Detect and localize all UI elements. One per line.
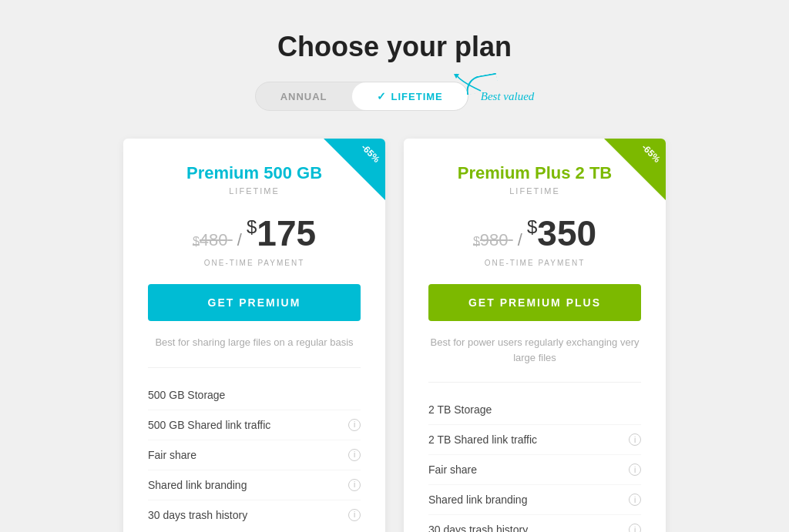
feature-fairshare-premium: Fair share i [148,440,361,470]
best-valued-label: Best valued [481,89,535,103]
badge-triangle-teal [324,139,385,200]
info-icon-branding-premium[interactable]: i [348,479,361,491]
info-icon-trash-premium-plus[interactable]: i [629,524,641,532]
plan-price-premium: $480 / $175 [148,212,361,254]
check-icon: ✓ [377,90,387,102]
original-price-premium-plus: $980 [473,230,513,249]
feature-branding-premium-plus: Shared link branding i [428,485,641,515]
features-list-premium: 500 GB Storage 500 GB Shared link traffi… [148,367,361,530]
get-premium-button[interactable]: GET PREMIUM [148,284,361,321]
plan-price-premium-plus: $980 / $350 [428,212,641,254]
info-icon-traffic-premium-plus[interactable]: i [629,433,641,446]
feature-traffic-premium-plus: 2 TB Shared link traffic i [428,425,641,455]
feature-traffic-premium: 500 GB Shared link traffic i [148,410,361,440]
price-label-premium: ONE-TIME PAYMENT [148,259,361,267]
arrow-decoration [450,72,489,94]
plan-description-premium: Best for sharing large files on a regula… [148,335,361,350]
feature-storage-premium-plus: 2 TB Storage [428,395,641,425]
plans-container: -65% Premium 500 GB LIFETIME $480 / $175… [15,139,774,532]
discount-badge-premium-plus: -65% [604,139,666,200]
plan-card-premium-plus: -65% Premium Plus 2 TB LIFETIME $980 / $… [404,139,666,532]
billing-toggle-pill: ANNUAL ✓ LIFETIME [255,82,468,111]
info-icon-fairshare-premium-plus[interactable]: i [629,463,641,476]
info-icon-traffic-premium[interactable]: i [348,419,361,431]
get-premium-plus-button[interactable]: GET PREMIUM PLUS [428,284,641,321]
feature-storage-premium: 500 GB Storage [148,380,361,410]
page-container: Choose your plan ANNUAL ✓ LIFETIME Best … [15,15,774,532]
features-list-premium-plus: 2 TB Storage 2 TB Shared link traffic i … [428,382,641,532]
badge-triangle-green [604,139,666,200]
feature-fairshare-premium-plus: Fair share i [428,455,641,485]
info-icon-branding-premium-plus[interactable]: i [629,494,641,506]
annual-toggle[interactable]: ANNUAL [256,82,352,110]
feature-trash-premium-plus: 30 days trash history i [428,515,641,532]
plan-description-premium-plus: Best for power users regularly exchangin… [428,335,641,365]
discount-badge-premium: -65% [324,139,385,200]
current-price-premium: $175 [247,213,316,253]
info-icon-trash-premium[interactable]: i [348,509,361,521]
plan-card-premium: -65% Premium 500 GB LIFETIME $480 / $175… [123,139,385,532]
billing-toggle-container: ANNUAL ✓ LIFETIME Best valued [15,82,774,111]
feature-trash-premium: 30 days trash history i [148,500,361,530]
original-price-premium: $480 [193,230,233,249]
feature-branding-premium: Shared link branding i [148,470,361,500]
info-icon-fairshare-premium[interactable]: i [348,449,361,461]
page-title: Choose your plan [15,31,774,63]
current-price-premium-plus: $350 [527,213,596,253]
price-label-premium-plus: ONE-TIME PAYMENT [428,259,641,267]
